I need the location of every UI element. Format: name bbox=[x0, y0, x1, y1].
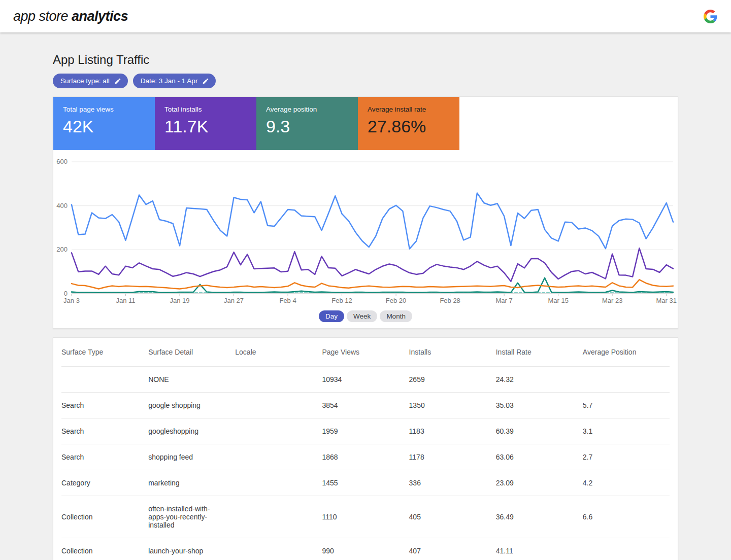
cell-install_rate: 35.03 bbox=[496, 392, 583, 418]
cell-locale bbox=[235, 418, 322, 444]
x-axis-tick-label: Feb 12 bbox=[331, 297, 352, 304]
cell-surface_detail: NONE bbox=[148, 366, 235, 392]
cell-surface_type: Category bbox=[61, 470, 148, 496]
cell-average_position: 5.7 bbox=[583, 392, 670, 418]
surface-type-filter-chip[interactable]: Surface type: all bbox=[53, 74, 128, 88]
stat-card-average-install-rate[interactable]: Average install rate 27.86% bbox=[358, 97, 459, 150]
cell-surface_type: Collection bbox=[61, 538, 148, 560]
cell-install_rate: 24.32 bbox=[496, 366, 583, 392]
cell-surface_type: Collection bbox=[61, 496, 148, 538]
cell-surface_detail: google shopping bbox=[148, 392, 235, 418]
granularity-month-button[interactable]: Month bbox=[380, 310, 412, 322]
stat-card-value: 9.3 bbox=[266, 117, 351, 136]
app-bar: app storeanalytics bbox=[0, 0, 731, 32]
edit-pencil-icon bbox=[202, 78, 209, 85]
cell-surface_type: Search bbox=[61, 392, 148, 418]
cell-installs: 1183 bbox=[409, 418, 496, 444]
cell-surface_detail: shopping feed bbox=[148, 444, 235, 470]
traffic-table: Surface TypeSurface DetailLocalePage Vie… bbox=[61, 338, 670, 560]
cell-average_position bbox=[583, 538, 670, 560]
y-axis-tick-label: 0 bbox=[64, 290, 68, 297]
table-row[interactable]: Searchshopping feed1868117863.062.7 bbox=[61, 444, 670, 470]
column-header-installs: Installs bbox=[409, 338, 496, 366]
cell-install_rate: 36.49 bbox=[496, 496, 583, 538]
granularity-toggle: Day Week Month bbox=[53, 310, 678, 322]
table-row[interactable]: Searchgoogleshopping1959118360.393.1 bbox=[61, 418, 670, 444]
series-average-position bbox=[72, 278, 673, 293]
cell-average_position: 4.2 bbox=[583, 470, 670, 496]
cell-surface_type: Search bbox=[61, 444, 148, 470]
stat-card-total-page-views[interactable]: Total page views 42K bbox=[53, 97, 155, 150]
cell-page_views: 990 bbox=[322, 538, 409, 560]
series-page-views bbox=[72, 193, 673, 249]
table-row[interactable]: NONE10934265924.32 bbox=[61, 366, 670, 392]
granularity-week-button[interactable]: Week bbox=[347, 310, 377, 322]
x-axis-tick-label: Mar 23 bbox=[602, 297, 622, 304]
x-axis-tick-label: Mar 7 bbox=[496, 297, 513, 304]
cell-installs: 336 bbox=[409, 470, 496, 496]
column-header-install_rate: Install Rate bbox=[496, 338, 583, 366]
cell-locale bbox=[235, 366, 322, 392]
cell-installs: 2659 bbox=[409, 366, 496, 392]
series-installs bbox=[72, 248, 673, 281]
cell-install_rate: 60.39 bbox=[496, 418, 583, 444]
stat-card-value: 27.86% bbox=[368, 117, 452, 136]
column-header-average_position: Average Position bbox=[583, 338, 670, 366]
edit-pencil-icon bbox=[114, 78, 121, 85]
app-logo-light-text: app store bbox=[13, 9, 68, 24]
cell-locale bbox=[235, 470, 322, 496]
stat-card-label: Average install rate bbox=[368, 106, 452, 113]
x-axis-tick-label: Jan 27 bbox=[224, 297, 244, 304]
x-axis-tick-label: Jan 3 bbox=[63, 297, 80, 304]
cell-installs: 1350 bbox=[409, 392, 496, 418]
app-logo-bold-text: analytics bbox=[72, 9, 128, 24]
x-axis-tick-label: Mar 15 bbox=[548, 297, 568, 304]
cell-installs: 1178 bbox=[409, 444, 496, 470]
x-axis-tick-label: Jan 19 bbox=[170, 297, 190, 304]
cell-surface_detail: marketing bbox=[148, 470, 235, 496]
chart-svg: 0200400600Jan 3Jan 11Jan 19Jan 27Feb 4Fe… bbox=[53, 155, 678, 307]
date-filter-label: Date: 3 Jan - 1 Apr bbox=[141, 77, 198, 85]
traffic-line-chart[interactable]: 0200400600Jan 3Jan 11Jan 19Jan 27Feb 4Fe… bbox=[53, 155, 678, 309]
stat-card-average-position[interactable]: Average position 9.3 bbox=[256, 97, 358, 150]
cell-average_position: 3.1 bbox=[583, 418, 670, 444]
cell-average_position: 2.7 bbox=[583, 444, 670, 470]
app-logo: app storeanalytics bbox=[13, 9, 128, 24]
cell-surface_type: Search bbox=[61, 418, 148, 444]
cell-installs: 405 bbox=[409, 496, 496, 538]
table-row[interactable]: Categorymarketing145533623.094.2 bbox=[61, 470, 670, 496]
y-axis-tick-label: 400 bbox=[56, 202, 68, 209]
stat-cards: Total page views 42K Total installs 11.7… bbox=[53, 97, 678, 150]
stat-card-label: Average position bbox=[266, 106, 351, 113]
cell-page_views: 1959 bbox=[322, 418, 409, 444]
table-row[interactable]: Searchgoogle shopping3854135035.035.7 bbox=[61, 392, 670, 418]
cell-average_position: 6.6 bbox=[583, 496, 670, 538]
series-install-rate bbox=[72, 279, 673, 289]
date-filter-chip[interactable]: Date: 3 Jan - 1 Apr bbox=[133, 74, 216, 88]
page-title: App Listing Traffic bbox=[53, 53, 678, 67]
stat-card-value: 42K bbox=[63, 117, 148, 136]
filter-chips: Surface type: all Date: 3 Jan - 1 Apr bbox=[53, 74, 678, 88]
google-account-icon[interactable] bbox=[703, 9, 718, 24]
cell-install_rate: 63.06 bbox=[496, 444, 583, 470]
cell-surface_type bbox=[61, 366, 148, 392]
y-axis-tick-label: 200 bbox=[56, 246, 68, 253]
x-axis-tick-label: Feb 28 bbox=[440, 297, 460, 304]
stat-card-total-installs[interactable]: Total installs 11.7K bbox=[155, 97, 256, 150]
x-axis-tick-label: Feb 20 bbox=[386, 297, 406, 304]
cell-install_rate: 23.09 bbox=[496, 470, 583, 496]
traffic-table-header: Surface TypeSurface DetailLocalePage Vie… bbox=[61, 338, 670, 366]
cell-installs: 407 bbox=[409, 538, 496, 560]
table-row[interactable]: Collectionoften-installed-with-apps-you-… bbox=[61, 496, 670, 538]
column-header-page_views: Page Views bbox=[322, 338, 409, 366]
cell-page_views: 1868 bbox=[322, 444, 409, 470]
x-axis-tick-label: Mar 31 bbox=[656, 297, 676, 304]
stat-card-label: Total installs bbox=[164, 106, 249, 113]
granularity-day-button[interactable]: Day bbox=[319, 310, 344, 322]
column-header-surface_type: Surface Type bbox=[61, 338, 148, 366]
table-row[interactable]: Collectionlaunch-your-shop99040741.11 bbox=[61, 538, 670, 560]
cell-page_views: 10934 bbox=[322, 366, 409, 392]
stat-card-label: Total page views bbox=[63, 106, 148, 113]
cell-page_views: 1110 bbox=[322, 496, 409, 538]
x-axis-tick-label: Feb 4 bbox=[279, 297, 296, 304]
